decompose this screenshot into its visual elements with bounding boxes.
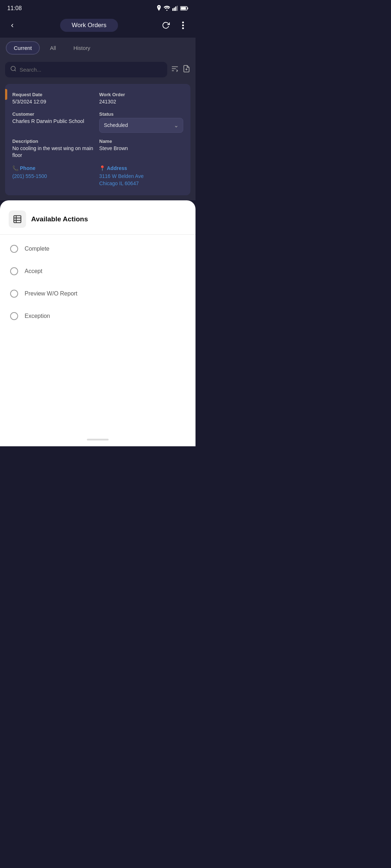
status-time: 11:08 [7,5,22,12]
header: ‹ Work Orders [0,16,196,38]
action-preview[interactable]: Preview W/O Report [0,282,196,305]
work-order-label: Work Order [99,92,183,97]
battery-icon [180,6,188,10]
action-preview-label: Preview W/O Report [25,290,77,297]
action-exception[interactable]: Exception [0,305,196,327]
bottom-sheet-header: Available Actions [0,200,196,235]
svg-point-9 [182,27,184,29]
svg-rect-1 [174,8,175,11]
more-button[interactable] [177,19,190,32]
request-date-field: Request Date 5/3/2024 12:09 [11,89,98,109]
radio-exception [10,312,18,320]
card-accent-bar [5,89,7,100]
svg-rect-0 [172,8,173,11]
request-date-label: Request Date [12,92,96,97]
status-label: Status [99,111,183,117]
svg-point-8 [182,25,184,26]
card-wrapper: Request Date 5/3/2024 12:09 Work Order 2… [0,81,196,200]
radio-accept [10,267,18,275]
address-label: 📍 Address [99,165,183,172]
phone-label: 📞 Phone [12,165,96,172]
action-accept-label: Accept [25,268,42,275]
svg-rect-6 [181,7,186,10]
chevron-down-icon: ⌄ [174,122,178,129]
address-line1[interactable]: 3116 W Belden Ave [99,173,183,180]
name-label: Name [99,139,183,144]
map-pin-icon: 📍 [99,165,105,172]
action-exception-label: Exception [25,313,50,319]
status-field: Status Scheduled ⌄ [98,109,185,136]
address-field[interactable]: 📍 Address 3116 W Belden Ave Chicago IL 6… [98,162,185,190]
name-value: Steve Brown [99,145,183,152]
search-actions [171,65,190,75]
search-input[interactable] [20,67,162,73]
bottom-sheet: Available Actions Complete Accept Previe… [0,200,196,446]
work-order-value: 241302 [99,98,183,106]
customer-value: Charles R Darwin Public School [12,118,96,125]
tab-all[interactable]: All [43,42,63,54]
svg-rect-5 [188,8,188,9]
address-line2[interactable]: Chicago IL 60647 [99,180,183,187]
refresh-button[interactable] [159,19,172,32]
status-dropdown[interactable]: Scheduled ⌄ [99,118,183,133]
card-grid: Request Date 5/3/2024 12:09 Work Order 2… [11,89,185,190]
header-title: Work Orders [60,19,118,32]
tab-history[interactable]: History [66,42,98,54]
action-complete-label: Complete [25,246,49,252]
work-order-field: Work Order 241302 [98,89,185,109]
location-icon [156,5,161,12]
work-order-card: Request Date 5/3/2024 12:09 Work Order 2… [5,84,190,195]
customer-label: Customer [12,111,96,117]
search-bar [5,62,167,77]
svg-point-7 [182,22,184,24]
radio-preview [10,290,18,298]
customer-field: Customer Charles R Darwin Public School [11,109,98,136]
bottom-handle [87,439,109,441]
add-document-button[interactable] [182,65,190,75]
svg-rect-2 [175,7,176,11]
svg-point-10 [11,66,15,71]
search-icon [10,65,17,74]
phone-value[interactable]: (201) 555-1500 [12,173,96,180]
tab-bar: Current All History [0,38,196,58]
request-date-value: 5/3/2024 12:09 [12,98,96,106]
svg-line-11 [14,70,16,71]
name-field: Name Steve Brown [98,136,185,162]
back-button[interactable]: ‹ [6,19,19,32]
description-value: No cooling in the west wing on main floo… [12,145,96,159]
search-container [0,58,196,81]
description-label: Description [12,139,96,144]
phone-icon: 📞 [12,165,18,172]
status-icons [156,5,188,12]
header-actions [159,19,190,32]
svg-rect-3 [177,6,178,11]
action-list: Complete Accept Preview W/O Report Excep… [0,235,196,330]
status-value: Scheduled [104,122,128,128]
sort-button[interactable] [171,65,179,75]
action-accept[interactable]: Accept [0,260,196,282]
tab-current[interactable]: Current [6,41,40,55]
available-actions-icon [9,210,26,228]
available-actions-title: Available Actions [31,215,88,223]
wifi-icon [164,6,170,11]
action-complete[interactable]: Complete [0,238,196,260]
status-bar: 11:08 [0,0,196,16]
svg-rect-17 [14,216,21,223]
description-field: Description No cooling in the west wing … [11,136,98,162]
signal-icon [172,6,178,11]
phone-field[interactable]: 📞 Phone (201) 555-1500 [11,162,98,190]
radio-complete [10,245,18,253]
